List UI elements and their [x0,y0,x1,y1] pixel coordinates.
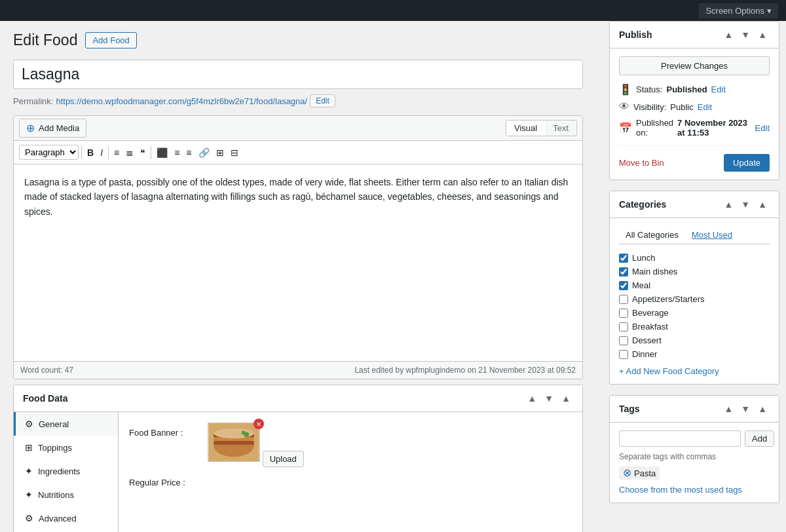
category-label-main-dishes: Main dishes [632,267,677,276]
screen-options-button[interactable]: Screen Options ▾ [699,3,778,18]
page-wrapper: Edit Food Add Food Permalink: https://de… [0,21,786,532]
category-item-breakfast: Breakfast [619,320,770,333]
category-checkbox-lunch[interactable] [619,254,628,263]
category-checkbox-dinner[interactable] [619,350,628,359]
toolbar-more-button[interactable]: ⊟ [228,146,241,159]
status-edit-link[interactable]: Edit [711,85,726,94]
edit-permalink-button[interactable]: Edit [310,94,335,107]
nav-item-ingredients[interactable]: ✦ Ingredients [14,459,118,483]
tab-most-used[interactable]: Most Used [685,226,739,244]
svg-point-7 [242,431,246,435]
publish-collapse-up-button[interactable]: ▲ [721,28,736,41]
bold-button[interactable]: B [84,146,96,159]
category-checkbox-breakfast[interactable] [619,322,628,332]
tags-collapse-up-button[interactable]: ▲ [721,402,736,415]
tags-input[interactable] [619,430,741,447]
food-title-input[interactable] [13,60,583,89]
italic-button[interactable]: I [98,146,105,159]
visibility-row: 👁 Visibility: Public Edit [619,101,770,113]
ingredients-icon: ✦ [25,466,33,476]
nav-item-toppings[interactable]: ⊞ Toppings [14,436,118,459]
page-title: Edit Food [13,31,77,49]
tab-all-categories[interactable]: All Categories [619,226,685,244]
food-data-title: Food Data [23,393,67,404]
category-checkbox-beverage[interactable] [619,309,628,318]
visibility-edit-link[interactable]: Edit [698,102,712,112]
top-bar: Screen Options ▾ [0,0,786,21]
categories-toggle-button[interactable]: ▲ [755,198,770,211]
preview-changes-button[interactable]: Preview Changes [619,56,770,75]
tag-pasta-remove-icon[interactable]: ⊗ [623,468,631,478]
editor-text: Lasagna is a type of pasta, possibly one… [24,177,568,217]
permalink-url[interactable]: https://demo.wpfoodmanager.com/g5f4mzlr6… [56,96,307,106]
category-checkbox-meal[interactable] [619,281,628,290]
align-left-button[interactable]: ⬛ [154,146,170,159]
published-on-icon: 📅 [619,122,632,134]
add-media-button[interactable]: ⊕ Add Media [19,119,86,138]
tags-collapse-down-button[interactable]: ▼ [738,402,753,415]
food-data-panel: Food Banner : [119,412,582,532]
category-label-dinner: Dinner [632,349,657,359]
tag-pasta: ⊗ Pasta [619,466,660,480]
publish-box-content: Preview Changes 🚦 Status: Published Edit… [610,48,779,180]
categories-collapse-up-button[interactable]: ▲ [721,198,736,211]
category-label-appetizers: Appetizers/Starters [632,294,705,304]
tags-box-header[interactable]: Tags ▲ ▼ ▲ [610,396,779,423]
food-data-header[interactable]: Food Data ▲ ▼ ▲ [14,385,582,412]
upload-banner-button[interactable]: Upload [263,451,304,467]
paragraph-format-select[interactable]: Paragraph [19,145,79,160]
align-right-button[interactable]: ≡ [183,146,194,159]
tags-box: Tags ▲ ▼ ▲ Add Separate tags with commas… [609,395,779,503]
category-label-lunch: Lunch [632,253,655,263]
ordered-list-button[interactable]: ≣ [123,146,136,159]
category-list: Lunch Main dishes Meal Appetizers/Starte… [619,251,770,361]
tags-box-controls: ▲ ▼ ▲ [721,402,770,415]
tags-toggle-button[interactable]: ▲ [755,402,770,415]
blockquote-button[interactable]: ❝ [138,146,148,159]
align-center-button[interactable]: ≡ [172,146,182,159]
remove-banner-image-button[interactable]: ✕ [253,419,264,429]
publish-toggle-button[interactable]: ▲ [755,28,770,41]
unordered-list-button[interactable]: ≡ [111,146,122,159]
categories-box-content: All Categories Most Used Lunch Main dish… [610,218,779,384]
add-food-button[interactable]: Add Food [85,32,136,48]
svg-rect-2 [214,441,254,445]
food-data-toggle-button[interactable]: ▲ [559,392,573,405]
tab-visual[interactable]: Visual [506,121,545,136]
link-button[interactable]: 🔗 [196,146,212,159]
published-on-edit-link[interactable]: Edit [755,123,770,133]
tags-add-button[interactable]: Add [745,430,774,447]
nav-label-toppings: Toppings [38,443,72,453]
category-checkbox-appetizers[interactable] [619,295,628,304]
tab-text[interactable]: Text [545,121,576,136]
word-count: Word count: 47 [20,366,73,375]
visual-text-tab-group: Visual Text [506,120,577,136]
nav-item-advanced[interactable]: ⚙ Advanced [14,506,118,530]
permalink-row: Permalink: https://demo.wpfoodmanager.co… [13,94,583,107]
publish-box-header[interactable]: Publish ▲ ▼ ▲ [610,22,779,48]
move-to-bin-link[interactable]: Move to Bin [619,158,664,168]
nav-item-nutritions[interactable]: ✦ Nutritions [14,483,118,506]
food-data-collapse-down-button[interactable]: ▼ [542,392,556,405]
food-data-collapse-up-button[interactable]: ▲ [525,392,539,405]
nav-item-general[interactable]: ⚙ General [14,412,118,436]
category-checkbox-dessert[interactable] [619,336,628,345]
advanced-icon: ⚙ [25,513,33,523]
publish-collapse-down-button[interactable]: ▼ [738,28,753,41]
nav-label-advanced: Advanced [39,514,77,523]
category-checkbox-main-dishes[interactable] [619,267,628,276]
tags-box-title: Tags [619,404,640,414]
update-button[interactable]: Update [724,154,770,172]
editor-footer: Word count: 47 Last edited by wpfmplugin… [14,361,582,379]
published-on-row: 📅 Published on: 7 November 2023 at 11:53… [619,118,770,138]
add-media-icon: ⊕ [26,122,35,134]
category-label-beverage: Beverage [632,308,669,318]
add-new-food-category-link[interactable]: + Add New Food Category [619,366,770,376]
food-banner-row: Food Banner : [129,423,572,467]
food-data-nav: ⚙ General ⊞ Toppings ✦ Ingredients ✦ Nut… [14,412,119,532]
editor-content-area[interactable]: Lasagna is a type of pasta, possibly one… [14,164,582,361]
categories-box-header[interactable]: Categories ▲ ▼ ▲ [610,191,779,218]
choose-from-most-used-tags-link[interactable]: Choose from the most used tags [619,485,770,495]
insert-table-button[interactable]: ⊞ [214,146,227,159]
categories-collapse-down-button[interactable]: ▼ [738,198,753,211]
